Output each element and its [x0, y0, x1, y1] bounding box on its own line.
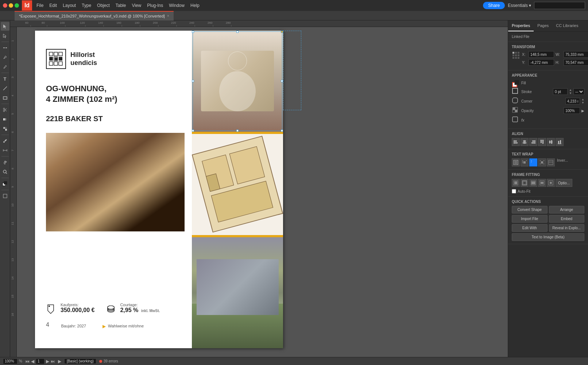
- pencil-tool-button[interactable]: [1, 62, 9, 71]
- direct-select-tool-button[interactable]: [1, 31, 9, 40]
- menu-window[interactable]: Window: [166, 1, 187, 9]
- center-content-button[interactable]: [547, 179, 555, 187]
- arrange-button[interactable]: Arrange: [549, 206, 585, 214]
- essentials-menu[interactable]: Essentials ▾: [505, 1, 534, 9]
- text-to-image-button[interactable]: Text to Image (Beta): [512, 233, 584, 241]
- transform-w-input[interactable]: [564, 51, 588, 58]
- align-center-v-button[interactable]: [547, 138, 555, 146]
- svg-rect-12: [5, 129, 7, 131]
- opacity-row: Opacity ▶: [512, 107, 584, 115]
- corner-value-input[interactable]: [565, 98, 580, 104]
- page-last-button[interactable]: ⏭: [51, 359, 55, 364]
- window-minimize-button[interactable]: [9, 3, 13, 8]
- wrap-options-button[interactable]: Inver...: [557, 158, 568, 166]
- stroke-type-select[interactable]: —: [573, 88, 584, 95]
- wrap-bounding-button[interactable]: [521, 158, 529, 166]
- auto-fit-checkbox[interactable]: [512, 189, 516, 193]
- transform-reference-grid[interactable]: [512, 51, 520, 59]
- right-panel: Properties Pages CC Libraries Linked Fil…: [508, 20, 588, 357]
- menu-plugins[interactable]: Plug-Ins: [144, 1, 166, 9]
- zoom-input[interactable]: [3, 358, 18, 364]
- canvas[interactable]: Hillorist uendicis OG-WOHNUNG, 4 ZIMMER …: [17, 27, 508, 357]
- baujahr-text: Baujahr: 2027: [61, 324, 86, 328]
- wrap-none-button[interactable]: [512, 158, 520, 166]
- align-right-button[interactable]: [529, 138, 537, 146]
- menu-help[interactable]: Help: [187, 1, 202, 9]
- align-top-button[interactable]: [538, 138, 546, 146]
- tab-cc-libraries[interactable]: CC Libraries: [552, 20, 582, 31]
- tab-pages[interactable]: Pages: [534, 20, 552, 31]
- opacity-expand-button[interactable]: ▶: [581, 109, 584, 113]
- transform-h-input[interactable]: [564, 59, 588, 66]
- window-close-button[interactable]: [3, 3, 7, 8]
- fit-content-proportionally-button[interactable]: [538, 179, 546, 187]
- align-buttons-row: [512, 138, 584, 146]
- page-number-input[interactable]: [36, 358, 45, 364]
- gradient-tool-button[interactable]: [1, 115, 9, 124]
- menu-table[interactable]: Table: [113, 1, 129, 9]
- zoom-tool-button[interactable]: [1, 168, 9, 176]
- document-tab[interactable]: *Exposee_Hochformat_210x297_Wohnungsverk…: [15, 11, 174, 20]
- swatch-tool-button[interactable]: [1, 124, 9, 133]
- wrap-next-column-button[interactable]: [547, 158, 555, 166]
- reveal-in-explorer-button[interactable]: Reveal in Explo...: [549, 224, 585, 232]
- svg-rect-90: [514, 142, 518, 143]
- convert-shape-button[interactable]: Convert Shape: [512, 206, 548, 214]
- stroke-fill-button[interactable]: [1, 180, 9, 188]
- svg-text:15: 15: [11, 295, 14, 298]
- hand-tool-button[interactable]: [1, 158, 9, 167]
- share-button[interactable]: Share: [483, 2, 505, 9]
- fit-frame-to-content-button[interactable]: [521, 179, 529, 187]
- search-input[interactable]: [534, 2, 585, 9]
- eyedropper-tool-button[interactable]: [1, 137, 9, 145]
- scissors-tool-button[interactable]: [1, 105, 9, 114]
- pen-tool-button[interactable]: [1, 53, 9, 62]
- align-bottom-button[interactable]: [556, 138, 564, 146]
- align-left-button[interactable]: [512, 138, 520, 146]
- transform-y-input[interactable]: [529, 59, 554, 66]
- gap-tool-button[interactable]: [1, 43, 9, 52]
- svg-text:13: 13: [11, 258, 14, 261]
- svg-rect-92: [523, 141, 526, 142]
- embed-button[interactable]: Embed: [549, 215, 585, 223]
- stroke-stepper[interactable]: ▲ ▼: [569, 88, 572, 95]
- menu-layout[interactable]: Layout: [60, 1, 79, 9]
- menu-view[interactable]: View: [129, 1, 144, 9]
- wrap-jump-button[interactable]: [538, 158, 546, 166]
- align-center-h-button[interactable]: [521, 138, 529, 146]
- type-tool-button[interactable]: T: [1, 74, 9, 83]
- doc-left-panel: Hillorist uendicis OG-WOHNUNG, 4 ZIMMER …: [35, 31, 192, 348]
- tab-close-button[interactable]: ×: [167, 14, 169, 18]
- edit-with-button[interactable]: Edit With: [512, 224, 548, 232]
- svg-rect-104: [558, 141, 559, 143]
- svg-text:280: 280: [226, 21, 231, 24]
- tab-properties[interactable]: Properties: [508, 20, 534, 31]
- import-file-button[interactable]: Import File: [512, 215, 548, 223]
- corner-stepper[interactable]: ▲ ▼: [581, 98, 584, 104]
- menu-type[interactable]: Type: [79, 1, 94, 9]
- stroke-value-input[interactable]: [553, 88, 568, 95]
- page-next-button[interactable]: ▶: [46, 359, 49, 364]
- menu-object[interactable]: Object: [94, 1, 113, 9]
- screen-mode-button[interactable]: [1, 192, 9, 200]
- wrap-contour-button[interactable]: [529, 158, 537, 166]
- fit-content-to-frame-button[interactable]: [512, 179, 520, 187]
- line-tool-button[interactable]: [1, 84, 9, 93]
- svg-text:3: 3: [11, 76, 14, 78]
- frame-fitting-options-button[interactable]: Optio...: [556, 179, 572, 187]
- window-maximize-button[interactable]: [15, 3, 19, 8]
- selection-tool-button[interactable]: [1, 22, 9, 31]
- play-animation-button[interactable]: ▶: [58, 359, 61, 364]
- menu-file[interactable]: File: [34, 1, 46, 9]
- measure-tool-button[interactable]: [1, 146, 9, 155]
- rectangle-tool-button[interactable]: [1, 93, 9, 102]
- svg-rect-1: [5, 47, 7, 48]
- opacity-value-input[interactable]: [564, 107, 580, 114]
- transform-x-input[interactable]: [529, 51, 554, 58]
- page-prev-button[interactable]: ◀: [31, 359, 34, 364]
- align-title: Align: [512, 132, 584, 136]
- menu-edit[interactable]: Edit: [46, 1, 60, 9]
- fx-label[interactable]: fx: [521, 118, 525, 122]
- fill-frame-proportionally-button[interactable]: [529, 179, 537, 187]
- page-first-button[interactable]: ⏮: [25, 359, 30, 364]
